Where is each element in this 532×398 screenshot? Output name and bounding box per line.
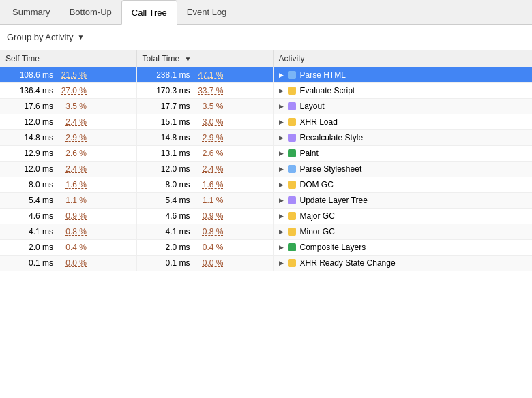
col-total-time[interactable]: Total Time ▼ (136, 50, 273, 67)
tab-call-tree[interactable]: Call Tree (121, 0, 177, 25)
table-row[interactable]: 8.0 ms 1.6 % 8.0 ms 1.6 % ▶ DOM GC (0, 177, 532, 193)
self-time-cell: 4.6 ms 0.9 % (0, 209, 136, 224)
self-time-cell: 5.4 ms 1.1 % (0, 193, 136, 209)
group-bar[interactable]: Group by Activity ▼ (0, 25, 532, 50)
total-time-cell: 12.0 ms 2.4 % (136, 162, 273, 177)
activity-color-box (288, 181, 296, 189)
activity-cell: ▶ Layout (273, 99, 532, 114)
activity-name: Parse HTML (300, 70, 346, 80)
table-row[interactable]: 136.4 ms 27.0 % 170.3 ms 33.7 % ▶ Evalua… (0, 83, 532, 99)
expand-arrow-icon[interactable]: ▶ (279, 103, 284, 110)
activity-color-box (288, 102, 296, 110)
total-time-percent: 3.0 % (193, 117, 224, 127)
self-time-cell: 12.0 ms 2.4 % (0, 162, 136, 177)
col-activity[interactable]: Activity (273, 50, 532, 67)
expand-arrow-icon[interactable]: ▶ (279, 228, 284, 235)
total-time-value: 238.1 ms (143, 70, 190, 80)
self-time-cell: 0.1 ms 0.0 % (0, 256, 136, 271)
self-time-value: 4.1 ms (5, 227, 53, 236)
total-time-cell: 8.0 ms 1.6 % (136, 177, 273, 193)
activity-color-box (288, 118, 296, 126)
activity-cell: ▶ Paint (273, 146, 532, 162)
table-row[interactable]: 0.1 ms 0.0 % 0.1 ms 0.0 % ▶ XHR Ready St… (0, 256, 532, 271)
total-time-percent: 2.9 % (193, 133, 224, 142)
activity-name: XHR Ready State Change (300, 258, 396, 268)
self-time-percent: 0.4 % (56, 243, 87, 252)
self-time-cell: 136.4 ms 27.0 % (0, 83, 136, 99)
activity-name: Update Layer Tree (300, 196, 368, 205)
total-time-percent: 1.1 % (193, 196, 224, 205)
table-row[interactable]: 12.0 ms 2.4 % 12.0 ms 2.4 % ▶ Parse Styl… (0, 162, 532, 177)
expand-arrow-icon[interactable]: ▶ (279, 134, 284, 141)
total-time-cell: 5.4 ms 1.1 % (136, 193, 273, 209)
activity-cell: ▶ XHR Ready State Change (273, 256, 532, 271)
activity-cell: ▶ Major GC (273, 209, 532, 224)
expand-arrow-icon[interactable]: ▶ (279, 260, 284, 266)
activity-cell: ▶ XHR Load (273, 114, 532, 130)
self-time-percent: 21.5 % (56, 70, 87, 80)
activity-cell: ▶ Parse Stylesheet (273, 162, 532, 177)
total-time-percent: 0.4 % (193, 243, 224, 252)
activity-cell: ▶ Evaluate Script (273, 83, 532, 99)
total-time-cell: 238.1 ms 47.1 % (136, 67, 273, 83)
table-row[interactable]: 12.0 ms 2.4 % 15.1 ms 3.0 % ▶ XHR Load (0, 114, 532, 130)
total-time-cell: 4.1 ms 0.8 % (136, 224, 273, 240)
expand-arrow-icon[interactable]: ▶ (279, 197, 284, 204)
self-time-percent: 3.5 % (56, 102, 87, 111)
total-time-value: 4.6 ms (143, 211, 190, 221)
total-time-value: 170.3 ms (143, 86, 190, 95)
activity-color-box (288, 259, 296, 267)
activity-color-box (288, 212, 296, 220)
table-row[interactable]: 12.9 ms 2.6 % 13.1 ms 2.6 % ▶ Paint (0, 146, 532, 162)
total-time-cell: 170.3 ms 33.7 % (136, 83, 273, 99)
table-row[interactable]: 5.4 ms 1.1 % 5.4 ms 1.1 % ▶ Update Layer… (0, 193, 532, 209)
activity-color-box (288, 243, 296, 251)
activity-name: XHR Load (300, 117, 338, 127)
total-time-value: 12.0 ms (143, 164, 190, 174)
activity-color-box (288, 149, 296, 157)
tab-summary[interactable]: Summary (3, 0, 60, 25)
table-row[interactable]: 4.6 ms 0.9 % 4.6 ms 0.9 % ▶ Major GC (0, 209, 532, 224)
total-time-value: 8.0 ms (143, 180, 190, 189)
total-time-value: 5.4 ms (143, 196, 190, 205)
self-time-percent: 0.0 % (56, 258, 87, 268)
expand-arrow-icon[interactable]: ▶ (279, 213, 284, 219)
activity-cell: ▶ DOM GC (273, 177, 532, 193)
total-time-percent: 3.5 % (193, 102, 224, 111)
col-self-time[interactable]: Self Time (0, 50, 136, 67)
self-time-percent: 2.9 % (56, 133, 87, 142)
table-row[interactable]: 14.8 ms 2.9 % 14.8 ms 2.9 % ▶ Recalculat… (0, 130, 532, 146)
expand-arrow-icon[interactable]: ▶ (279, 72, 284, 78)
total-time-cell: 14.8 ms 2.9 % (136, 130, 273, 146)
self-time-percent: 0.9 % (56, 211, 87, 221)
total-time-value: 17.7 ms (143, 102, 190, 111)
total-time-percent: 2.6 % (193, 149, 224, 158)
expand-arrow-icon[interactable]: ▶ (279, 244, 284, 251)
expand-arrow-icon[interactable]: ▶ (279, 87, 284, 94)
total-time-cell: 0.1 ms 0.0 % (136, 256, 273, 271)
self-time-percent: 1.6 % (56, 180, 87, 189)
table-row[interactable]: 2.0 ms 0.4 % 2.0 ms 0.4 % ▶ Composite La… (0, 240, 532, 256)
self-time-value: 5.4 ms (5, 196, 53, 205)
tab-bottom-up[interactable]: Bottom-Up (60, 0, 121, 25)
activity-color-box (288, 196, 296, 204)
expand-arrow-icon[interactable]: ▶ (279, 150, 284, 157)
expand-arrow-icon[interactable]: ▶ (279, 181, 284, 188)
self-time-value: 2.0 ms (5, 243, 53, 252)
table-row[interactable]: 17.6 ms 3.5 % 17.7 ms 3.5 % ▶ Layout (0, 99, 532, 114)
table-row[interactable]: 4.1 ms 0.8 % 4.1 ms 0.8 % ▶ Minor GC (0, 224, 532, 240)
self-time-percent: 2.4 % (56, 164, 87, 174)
activity-color-box (288, 71, 296, 79)
total-time-value: 14.8 ms (143, 133, 190, 142)
expand-arrow-icon[interactable]: ▶ (279, 119, 284, 125)
activity-name: DOM GC (300, 180, 334, 189)
expand-arrow-icon[interactable]: ▶ (279, 166, 284, 172)
self-time-percent: 1.1 % (56, 196, 87, 205)
total-time-percent: 0.0 % (193, 258, 224, 268)
self-time-value: 4.6 ms (5, 211, 53, 221)
total-time-percent: 0.9 % (193, 211, 224, 221)
total-time-value: 0.1 ms (143, 258, 190, 268)
table-row[interactable]: 108.6 ms 21.5 % 238.1 ms 47.1 % ▶ Parse … (0, 67, 532, 83)
total-time-cell: 17.7 ms 3.5 % (136, 99, 273, 114)
tab-event-log[interactable]: Event Log (177, 0, 237, 25)
